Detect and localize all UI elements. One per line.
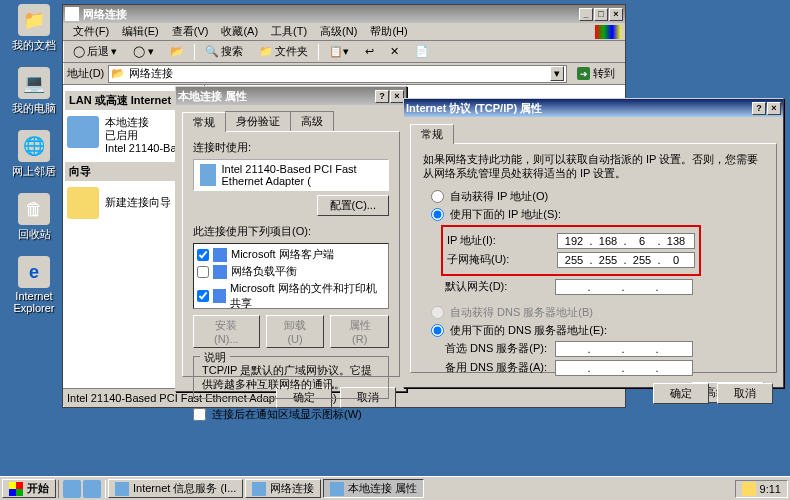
properties-button[interactable]: 属性(R)	[330, 315, 389, 348]
folder-icon: 📂	[111, 67, 125, 80]
menu-edit[interactable]: 编辑(E)	[116, 23, 165, 40]
menubar: 文件(F) 编辑(E) 查看(V) 收藏(A) 工具(T) 高级(N) 帮助(H…	[63, 23, 625, 41]
search-button[interactable]: 🔍 搜索	[199, 42, 249, 61]
go-button[interactable]: ➔转到	[571, 64, 621, 83]
wizard-icon	[67, 187, 99, 219]
desktop-icon-recycle[interactable]: 🗑回收站	[4, 193, 64, 242]
start-button[interactable]: 开始	[2, 479, 56, 498]
task-iis[interactable]: Internet 信息服务 (I...	[108, 479, 243, 498]
titlebar[interactable]: 本地连接 属性 ? ×	[176, 87, 406, 105]
window-icon	[65, 7, 79, 21]
app-icon	[115, 482, 129, 496]
tab-auth[interactable]: 身份验证	[225, 111, 291, 131]
desktop-icon-ie[interactable]: eInternet Explorer	[4, 256, 64, 314]
minimize-button[interactable]: _	[579, 8, 593, 21]
dns1-input[interactable]: ...	[555, 341, 693, 357]
close-button[interactable]: ×	[390, 90, 404, 103]
adapter-name: Intel 21140-Based PCI Fast Ethernet Adap…	[222, 163, 382, 187]
tcpip-properties-dialog: Internet 协议 (TCP/IP) 属性 ? × 常规 如果网络支持此功能…	[403, 98, 784, 388]
intro-text: 如果网络支持此功能，则可以获取自动指派的 IP 设置。否则，您需要从网络系统管理…	[423, 152, 764, 181]
component-icon	[213, 248, 227, 262]
close-button[interactable]: ×	[609, 8, 623, 21]
item-checkbox[interactable]	[197, 249, 209, 261]
close-button[interactable]: ×	[767, 102, 781, 115]
component-icon	[213, 289, 226, 303]
ok-button[interactable]: 确定	[653, 383, 709, 404]
task-lan-properties[interactable]: 本地连接 属性	[323, 479, 424, 498]
cancel-button[interactable]: 取消	[717, 383, 773, 404]
desktop-icon-documents[interactable]: 📁我的文档	[4, 4, 64, 53]
task-network[interactable]: 网络连接	[245, 479, 321, 498]
taskbar: 开始 Internet 信息服务 (I... 网络连接 本地连接 属性 9:11	[0, 476, 790, 500]
ip-address-input[interactable]: 192.168.6.138	[557, 233, 695, 249]
clock: 9:11	[760, 483, 781, 495]
tb-icon-1[interactable]: ↩	[359, 43, 380, 60]
tab-advanced[interactable]: 高级	[290, 111, 334, 131]
chevron-down-icon[interactable]: ▾	[550, 66, 564, 81]
folders-button[interactable]: 📁 文件夹	[253, 42, 314, 61]
go-arrow-icon: ➔	[577, 67, 590, 80]
gateway-input[interactable]: ...	[555, 279, 693, 295]
lan-properties-dialog: 本地连接 属性 ? × 常规 身份验证 高级 连接时使用: Intel 2114…	[175, 86, 407, 392]
item-checkbox[interactable]	[197, 290, 209, 302]
list-item: 网络负载平衡	[196, 263, 386, 280]
desktop-icon-computer[interactable]: 💻我的电脑	[4, 67, 64, 116]
dns2-input[interactable]: ...	[555, 360, 693, 376]
desktop-icon-network[interactable]: 🌐网上邻居	[4, 130, 64, 179]
ql-ie-icon[interactable]	[63, 480, 81, 498]
use-dns-radio[interactable]	[431, 324, 444, 337]
list-item: Microsoft 网络的文件和打印机共享	[196, 280, 386, 309]
app-icon	[252, 482, 266, 496]
desktop-icons: 📁我的文档 💻我的电脑 🌐网上邻居 🗑回收站 eInternet Explore…	[4, 4, 64, 328]
component-icon	[213, 265, 227, 279]
menu-favorites[interactable]: 收藏(A)	[215, 23, 264, 40]
menu-tools[interactable]: 工具(T)	[265, 23, 313, 40]
forward-button[interactable]: ◯ ▾	[127, 43, 160, 60]
tray-icon[interactable]	[742, 482, 756, 496]
connect-using-label: 连接时使用:	[193, 140, 389, 155]
tb-icon-2[interactable]: ✕	[384, 43, 405, 60]
menu-help[interactable]: 帮助(H)	[364, 23, 413, 40]
toolbar: ◯ 后退 ▾ ◯ ▾ 📂 🔍 搜索 📁 文件夹 📋▾ ↩ ✕ 📄	[63, 41, 625, 63]
subnet-mask-input[interactable]: 255.255.255.0	[557, 252, 695, 268]
tb-icon-3[interactable]: 📄	[409, 43, 435, 60]
quick-launch	[58, 480, 106, 498]
system-tray: 9:11	[735, 480, 788, 498]
help-button[interactable]: ?	[375, 90, 389, 103]
show-icon-checkbox[interactable]	[193, 408, 206, 421]
menu-file[interactable]: 文件(F)	[67, 23, 115, 40]
items-label: 此连接使用下列项目(O):	[193, 224, 389, 239]
adapter-box: Intel 21140-Based PCI Fast Ethernet Adap…	[193, 159, 389, 191]
uninstall-button[interactable]: 卸载(U)	[266, 315, 325, 348]
back-button[interactable]: ◯ 后退 ▾	[67, 42, 123, 61]
use-ip-radio[interactable]	[431, 208, 444, 221]
views-button[interactable]: 📋▾	[323, 43, 355, 60]
address-value: 网络连接	[129, 66, 173, 81]
components-list[interactable]: Microsoft 网络客户端 网络负载平衡 Microsoft 网络的文件和打…	[193, 243, 389, 309]
description-text: TCP/IP 是默认的广域网协议。它提供跨越多种互联网络的通讯。	[202, 363, 380, 392]
auto-dns-radio	[431, 306, 444, 319]
up-button[interactable]: 📂	[164, 43, 190, 60]
adapter-icon	[200, 164, 216, 186]
auto-ip-radio[interactable]	[431, 190, 444, 203]
maximize-button[interactable]: □	[594, 8, 608, 21]
ql-desktop-icon[interactable]	[83, 480, 101, 498]
tab-general[interactable]: 常规	[182, 112, 226, 132]
connection-icon	[67, 116, 99, 148]
help-button[interactable]: ?	[752, 102, 766, 115]
windows-flag-icon	[9, 482, 23, 496]
address-bar: 地址(D) 📂 网络连接 ▾ ➔转到	[63, 63, 625, 85]
address-combo[interactable]: 📂 网络连接 ▾	[108, 65, 567, 83]
tab-general[interactable]: 常规	[410, 124, 454, 144]
item-checkbox[interactable]	[197, 266, 209, 278]
install-button[interactable]: 安装(N)...	[193, 315, 260, 348]
menu-advanced[interactable]: 高级(N)	[314, 23, 363, 40]
app-icon	[330, 482, 344, 496]
dialog-title: 本地连接 属性	[178, 89, 375, 104]
titlebar[interactable]: 网络连接 _ □ ×	[63, 5, 625, 23]
configure-button[interactable]: 配置(C)...	[317, 195, 389, 216]
description-group: 说明 TCP/IP 是默认的广域网协议。它提供跨越多种互联网络的通讯。	[193, 356, 389, 399]
list-item: Microsoft 网络客户端	[196, 246, 386, 263]
titlebar[interactable]: Internet 协议 (TCP/IP) 属性 ? ×	[404, 99, 783, 117]
menu-view[interactable]: 查看(V)	[166, 23, 215, 40]
